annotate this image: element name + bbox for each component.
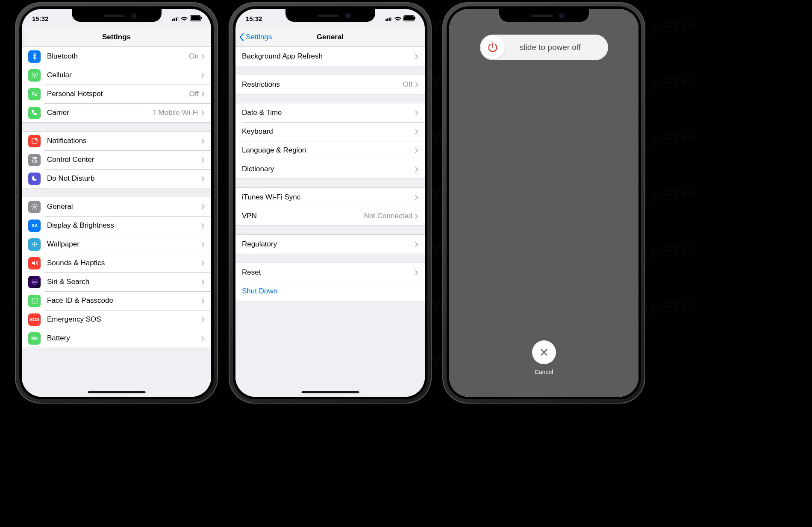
battery-icon — [190, 15, 201, 21]
row-label: Emergency SOS — [47, 315, 201, 324]
chevron-left-icon — [239, 33, 244, 41]
row-battery[interactable]: Battery — [22, 329, 211, 348]
home-indicator[interactable] — [88, 391, 145, 393]
cancel-label: Cancel — [532, 369, 556, 375]
row-label: Display & Brightness — [47, 221, 201, 230]
general-list[interactable]: Background App RefreshRestrictionsOffDat… — [235, 47, 425, 397]
notch — [285, 9, 375, 22]
row-keyboard[interactable]: Keyboard — [235, 122, 425, 141]
row-label: Personal Hotspot — [47, 90, 189, 98]
power-slider-knob[interactable] — [481, 35, 505, 59]
stage: ⓖ REWAⓖ REWAⓖ REWAⓖ REWAⓖ REWAⓖ REWAⓖ RE… — [0, 0, 812, 527]
signal-icon — [172, 16, 179, 21]
phone-settings: 15:32 Settings BluetoothOnCellularPerson… — [15, 2, 218, 404]
power-icon — [487, 41, 499, 53]
back-button[interactable]: Settings — [239, 33, 272, 41]
flower-icon — [28, 238, 41, 251]
home-indicator[interactable] — [301, 391, 359, 393]
row-label: Carrier — [47, 108, 152, 117]
row-label: Notifications — [47, 137, 201, 145]
row-restrictions[interactable]: RestrictionsOff — [235, 75, 425, 94]
close-icon — [539, 348, 549, 357]
link-icon — [28, 88, 41, 100]
row-value: Not Connected — [364, 212, 412, 220]
svg-point-8 — [34, 243, 35, 245]
row-do-not-disturb[interactable]: Do Not Disturb — [22, 169, 211, 188]
row-notifications[interactable]: Notifications — [22, 132, 211, 150]
row-bluetooth[interactable]: BluetoothOn — [22, 47, 211, 66]
row-label: Wallpaper — [47, 240, 201, 249]
row-reset[interactable]: Reset — [235, 263, 425, 282]
nav-header: Settings General — [235, 28, 425, 47]
screen-settings: 15:32 Settings BluetoothOnCellularPerson… — [22, 9, 211, 397]
row-itunes-wi-fi-sync[interactable]: iTunes Wi-Fi Sync — [235, 188, 425, 207]
row-wallpaper[interactable]: Wallpaper — [22, 235, 211, 254]
notif-icon — [28, 135, 41, 147]
row-label: Language & Region — [242, 146, 415, 155]
phone-icon — [28, 107, 41, 119]
row-label: Date & Time — [242, 108, 415, 117]
svg-point-15 — [33, 300, 34, 301]
row-label: Face ID & Passcode — [47, 296, 201, 305]
row-vpn[interactable]: VPNNot Connected — [235, 207, 425, 225]
svg-rect-19 — [32, 338, 35, 339]
row-value: Off — [189, 90, 199, 98]
svg-text:AA: AA — [31, 223, 38, 228]
phone-poweroff: slide to power off Cancel — [442, 2, 645, 404]
poweroff-overlay: slide to power off Cancel — [449, 9, 638, 397]
row-emergency-sos[interactable]: SOSEmergency SOS — [22, 310, 211, 329]
row-label: Dictionary — [242, 165, 415, 173]
row-regulatory[interactable]: Regulatory — [235, 235, 425, 254]
row-siri-search[interactable]: Siri & Search — [22, 272, 211, 291]
slide-label: slide to power off — [506, 43, 608, 52]
row-label: Cellular — [47, 71, 201, 79]
svg-point-11 — [32, 243, 33, 245]
svg-point-1 — [35, 138, 37, 141]
row-label: Shut Down — [242, 287, 418, 296]
row-dictionary[interactable]: Dictionary — [235, 160, 425, 179]
row-label: Restrictions — [242, 80, 403, 89]
row-label: VPN — [242, 212, 364, 220]
row-personal-hotspot[interactable]: Personal HotspotOff — [22, 85, 211, 103]
row-control-center[interactable]: Control Center — [22, 150, 211, 169]
row-face-id-passcode[interactable]: Face ID & Passcode — [22, 291, 211, 310]
siri-icon — [28, 276, 41, 288]
phone-general: 15:32 Settings General Background App Re… — [229, 2, 432, 404]
row-label: Siri & Search — [47, 278, 201, 286]
battery-icon — [28, 332, 41, 345]
svg-point-10 — [34, 246, 35, 247]
sound-icon — [28, 257, 41, 269]
settings-list[interactable]: BluetoothOnCellularPersonal HotspotOffCa… — [22, 47, 211, 397]
row-label: Keyboard — [242, 127, 415, 136]
row-general[interactable]: General — [22, 197, 211, 216]
bluetooth-icon — [28, 50, 41, 63]
page-title: Settings — [102, 33, 131, 41]
row-display-brightness[interactable]: AADisplay & Brightness — [22, 216, 211, 235]
wifi-icon — [394, 16, 401, 21]
svg-point-4 — [32, 158, 34, 159]
cancel-button[interactable] — [532, 340, 556, 364]
screen-general: 15:32 Settings General Background App Re… — [235, 9, 425, 397]
row-value: On — [189, 52, 199, 61]
row-date-time[interactable]: Date & Time — [235, 103, 425, 122]
notch — [499, 9, 589, 22]
row-label: Background App Refresh — [242, 52, 415, 61]
row-label: Sounds & Haptics — [47, 259, 201, 267]
row-cellular[interactable]: Cellular — [22, 66, 211, 85]
row-background-app-refresh[interactable]: Background App Refresh — [235, 47, 425, 66]
moon-icon — [28, 173, 41, 185]
status-time: 15:32 — [32, 15, 48, 22]
slide-to-power-off[interactable]: slide to power off — [480, 35, 608, 60]
screen-poweroff: slide to power off Cancel — [449, 9, 638, 397]
row-value: Off — [403, 80, 412, 89]
row-shut-down[interactable]: Shut Down — [235, 282, 425, 301]
back-label: Settings — [246, 33, 272, 41]
row-label: Bluetooth — [47, 52, 189, 61]
svg-point-16 — [35, 300, 36, 301]
row-label: iTunes Wi-Fi Sync — [242, 193, 415, 202]
signal-icon — [385, 16, 393, 21]
row-carrier[interactable]: CarrierT-Mobile Wi-Fi — [22, 103, 211, 122]
svg-rect-14 — [32, 298, 37, 303]
row-language-region[interactable]: Language & Region — [235, 141, 425, 160]
row-sounds-haptics[interactable]: Sounds & Haptics — [22, 254, 211, 272]
